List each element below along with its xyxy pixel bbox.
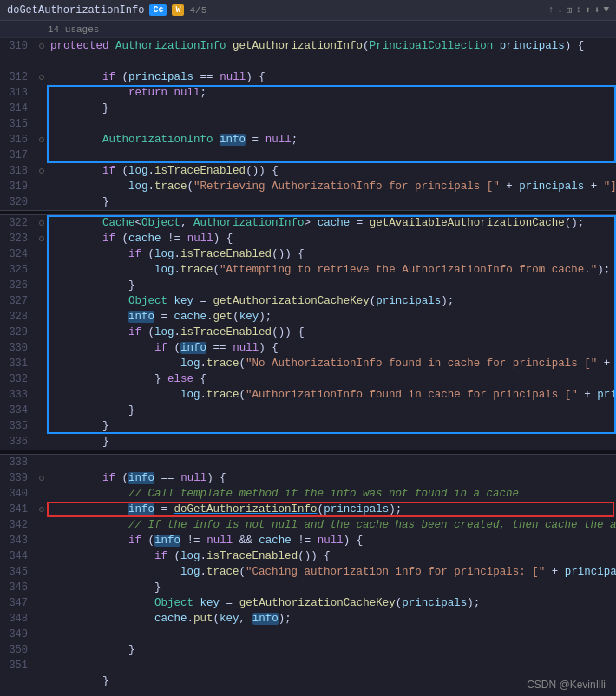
line-num-320: 320 — [0, 196, 36, 208]
code-line-331: 331 log.trace("No AuthorizationInfo foun… — [0, 356, 616, 371]
line-content-334: } — [47, 403, 616, 418]
line-content-326: } — [47, 278, 616, 293]
collapse-down-icon[interactable]: ⬇ — [594, 4, 600, 16]
code-line-346: 346 } — [0, 580, 616, 595]
line-content-333: log.trace("AuthorizationInfo found in ca… — [47, 387, 616, 403]
w-badge: W — [172, 4, 184, 16]
line-content-316: AuthorizationInfo info = null; — [47, 132, 616, 148]
line-num-351: 351 — [0, 660, 36, 672]
cc-badge: Cc — [149, 4, 167, 16]
code-line-313: 313 return null; — [0, 85, 616, 101]
file-title: doGetAuthorizationInfo — [7, 4, 144, 16]
code-line-340: 340 // Call template method if the info … — [0, 486, 616, 502]
line-num-331: 331 — [0, 358, 36, 370]
line-content-350: } — [47, 642, 616, 658]
code-line-315: 315 — [0, 116, 616, 132]
filter-icon[interactable]: ▼ — [603, 4, 609, 16]
code-line-327: 327 Object key = getAuthorizationCacheKe… — [0, 293, 616, 309]
code-line-323: 323 if (cache != null) { — [0, 231, 616, 246]
line-num-338: 338 — [0, 456, 36, 469]
line-num-349: 349 — [0, 628, 36, 640]
line-num-314: 314 — [0, 102, 36, 115]
line-num-327: 327 — [0, 295, 36, 307]
line-content-339: if (info == null) { — [47, 470, 616, 486]
code-line-336: 336 } — [0, 434, 616, 450]
up-icon[interactable]: ↑ — [548, 4, 554, 16]
line-content-331: log.trace("No AuthorizationInfo found in… — [47, 356, 616, 371]
gutter-339 — [36, 476, 47, 481]
gutter-318 — [36, 168, 47, 174]
line-num-322: 322 — [0, 217, 36, 229]
code-line-347: 347 Object key = getAuthorizationCacheKe… — [0, 595, 616, 611]
code-section-2: 322 Cache<Object, AuthorizationInfo> cac… — [0, 215, 616, 450]
line-num-350: 350 — [0, 644, 36, 656]
line-num-312: 312 — [0, 71, 36, 83]
code-line-348: 348 cache.put(key, info); — [0, 611, 616, 627]
code-line-345: 345 log.trace("Caching authorization inf… — [0, 564, 616, 580]
code-line-342: 342 // If the info is not null and the c… — [0, 517, 616, 533]
line-content-346: } — [47, 580, 616, 595]
line-content-325: log.trace("Attempting to retrieve the Au… — [47, 262, 616, 278]
down-icon[interactable]: ↓ — [557, 4, 563, 16]
code-section-3: 338 339 if (info == null) { 340 // Call … — [0, 455, 616, 696]
line-content-310: protected AuthorizationInfo getAuthoriza… — [47, 38, 616, 54]
line-content-336: } — [47, 434, 616, 450]
code-line-352: } — [0, 673, 616, 689]
code-line-314: 314 } — [0, 101, 616, 116]
code-line-343: 343 if (info != null && cache != null) { — [0, 533, 616, 548]
code-line-344: 344 if (log.isTraceEnabled()) { — [0, 548, 616, 564]
swap-icon[interactable]: ↕ — [576, 4, 582, 16]
line-num-319: 319 — [0, 181, 36, 193]
code-line-311 — [0, 54, 616, 69]
line-content-327: Object key = getAuthorizationCacheKey(pr… — [47, 293, 616, 309]
code-line-350: 350 } — [0, 642, 616, 658]
line-content-347: Object key = getAuthorizationCacheKey(pr… — [47, 595, 616, 611]
line-num-343: 343 — [0, 535, 36, 547]
line-num-328: 328 — [0, 311, 36, 323]
code-line-339: 339 if (info == null) { — [0, 470, 616, 486]
code-line-351: 351 — [0, 658, 616, 673]
collapse-up-icon[interactable]: ⬆ — [585, 4, 591, 16]
line-content-320: } — [47, 194, 616, 210]
line-content-318: if (log.isTraceEnabled()) { — [47, 163, 616, 179]
gutter-322 — [36, 220, 47, 226]
watermark: CSDN @KevinIlli — [527, 679, 606, 691]
line-num-316: 316 — [0, 134, 36, 146]
code-line-310: 310 protected AuthorizationInfo getAutho… — [0, 38, 616, 54]
gutter-312 — [36, 75, 47, 80]
code-line-338: 338 — [0, 455, 616, 470]
line-content-328: info = cache.get(key); — [47, 309, 616, 325]
usages-text: 14 usages — [48, 24, 99, 35]
code-line-326: 326 } — [0, 278, 616, 293]
code-line-349: 349 — [0, 627, 616, 642]
line-num-345: 345 — [0, 566, 36, 578]
code-line-329: 329 if (log.isTraceEnabled()) { — [0, 325, 616, 340]
line-num-333: 333 — [0, 389, 36, 401]
top-bar: doGetAuthorizationInfo Cc W 4/5 ↑ ↓ ⊞ ↕ … — [0, 0, 616, 21]
line-content-335: } — [47, 418, 616, 434]
line-content-330: if (info == null) { — [47, 340, 616, 356]
code-line-316: 316 AuthorizationInfo info = null; — [0, 132, 616, 148]
line-num-341: 341 — [0, 503, 36, 515]
line-num-348: 348 — [0, 613, 36, 625]
editor-container: doGetAuthorizationInfo Cc W 4/5 ↑ ↓ ⊞ ↕ … — [0, 0, 616, 696]
line-content-345: log.trace("Caching authorization info fo… — [47, 564, 616, 580]
line-num-344: 344 — [0, 550, 36, 562]
code-line-317: 317 — [0, 148, 616, 163]
line-num-342: 342 — [0, 519, 36, 531]
code-line-353 — [0, 689, 616, 696]
fold-icon[interactable]: ⊞ — [567, 4, 573, 16]
code-line-319: 319 log.trace("Retrieving AuthorizationI… — [0, 179, 616, 194]
line-num-336: 336 — [0, 436, 36, 448]
code-line-324: 324 if (log.isTraceEnabled()) { — [0, 246, 616, 262]
usages-line: 14 usages — [0, 21, 616, 38]
code-line-325: 325 log.trace("Attempting to retrieve th… — [0, 262, 616, 278]
code-line-312: 312 if (principals == null) { — [0, 69, 616, 85]
line-num-325: 325 — [0, 264, 36, 276]
line-content-314: } — [47, 101, 616, 116]
gutter-310 — [36, 43, 47, 49]
line-content-332: } else { — [47, 371, 616, 387]
line-content-348: cache.put(key, info); — [47, 611, 616, 627]
line-num-313: 313 — [0, 87, 36, 99]
code-line-328: 328 info = cache.get(key); — [0, 309, 616, 325]
